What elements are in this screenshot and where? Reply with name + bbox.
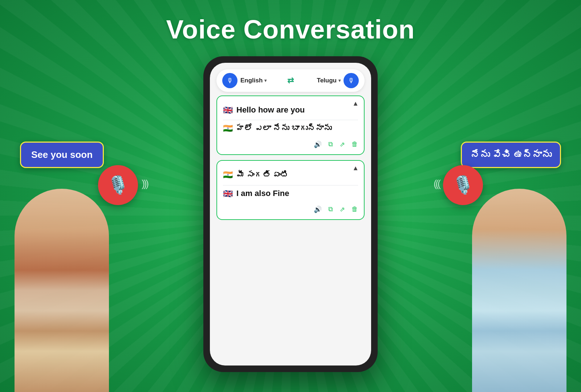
conv-text-te-2: మీ సంగతి ఏంటి (236, 170, 289, 181)
swap-languages-button[interactable]: ⇄ (287, 76, 294, 85)
conversation-area: ▲ 🇬🇧 Hello how are you 🇮🇳 హలో ఎలా నేను బ… (210, 95, 371, 366)
conversation-card-1: ▲ 🇬🇧 Hello how are you 🇮🇳 హలో ఎలా నేను బ… (216, 95, 365, 155)
mic-icon-left: 🎙️ (107, 175, 129, 195)
mic-small-icon-right: 🎙 (348, 77, 354, 85)
flag-in-1: 🇮🇳 (223, 124, 233, 133)
action-icons-1: 🔊 ⧉ ⇗ 🗑 (223, 140, 358, 148)
mic-btn-right[interactable]: 🎙 (344, 73, 359, 88)
play-audio-2[interactable]: 🔊 (314, 205, 322, 213)
conv-text-te-1: హలో ఎలా నేను బాగున్నాను (236, 123, 332, 134)
language-left-label: English (240, 77, 263, 84)
flag-gb-2: 🇬🇧 (223, 189, 233, 199)
mic-btn-left[interactable]: 🎙 (222, 73, 237, 88)
mic-icon-right: 🎙️ (452, 175, 474, 195)
action-icons-2: 🔊 ⧉ ⇗ 🗑 (223, 205, 358, 213)
language-bar: 🎙 English ▾ ⇄ Telugu ▾ 🎙 (216, 69, 365, 92)
delete-1[interactable]: 🗑 (352, 140, 358, 148)
flag-gb-1: 🇬🇧 (223, 106, 233, 115)
copy-2[interactable]: ⧉ (328, 205, 333, 213)
language-select-left[interactable]: English ▾ (240, 77, 284, 84)
bubble-right: నేను వేచి ఉన్నాను (461, 142, 561, 168)
conv-row-te-2: 🇮🇳 మీ సంగతి ఏంటి (223, 167, 358, 184)
language-right-label: Telugu (317, 77, 337, 84)
conv-row-en-2: 🇬🇧 I am also Fine (223, 185, 358, 202)
collapse-arrow-1[interactable]: ▲ (352, 100, 359, 107)
flag-in-2: 🇮🇳 (223, 170, 233, 180)
conv-row-en-1: 🇬🇧 Hello how are you (223, 102, 358, 118)
language-select-right[interactable]: Telugu ▾ (297, 77, 341, 84)
phone-mockup: 🎙 English ▾ ⇄ Telugu ▾ 🎙 ▲ 🇬🇧 Hel (203, 56, 378, 372)
mic-small-icon-left: 🎙 (227, 77, 233, 85)
share-2[interactable]: ⇗ (340, 205, 345, 213)
mic-button-right[interactable]: 🎙️ (443, 165, 483, 205)
page-title: Voice Conversation (0, 15, 581, 44)
conv-text-en-1: Hello how are you (236, 105, 305, 115)
bubble-left: See you soon (20, 142, 104, 168)
collapse-arrow-2[interactable]: ▲ (352, 164, 359, 172)
conv-row-te-1: 🇮🇳 హలో ఎలా నేను బాగున్నాను (223, 120, 358, 137)
share-1[interactable]: ⇗ (340, 140, 345, 148)
sound-waves-right: ((( (434, 178, 439, 189)
conv-text-en-2: I am also Fine (236, 188, 289, 199)
person-left (0, 181, 116, 392)
chevron-right: ▾ (338, 78, 341, 83)
conversation-card-2: ▲ 🇮🇳 మీ సంగతి ఏంటి 🇬🇧 I am also Fine 🔊 ⧉… (216, 160, 365, 220)
chevron-left: ▾ (264, 78, 267, 83)
delete-2[interactable]: 🗑 (352, 205, 358, 213)
play-audio-1[interactable]: 🔊 (314, 140, 322, 148)
mic-button-left[interactable]: 🎙️ (98, 165, 138, 205)
person-right (465, 181, 581, 392)
sound-waves-left: ))) (142, 178, 147, 189)
copy-1[interactable]: ⧉ (328, 140, 333, 148)
